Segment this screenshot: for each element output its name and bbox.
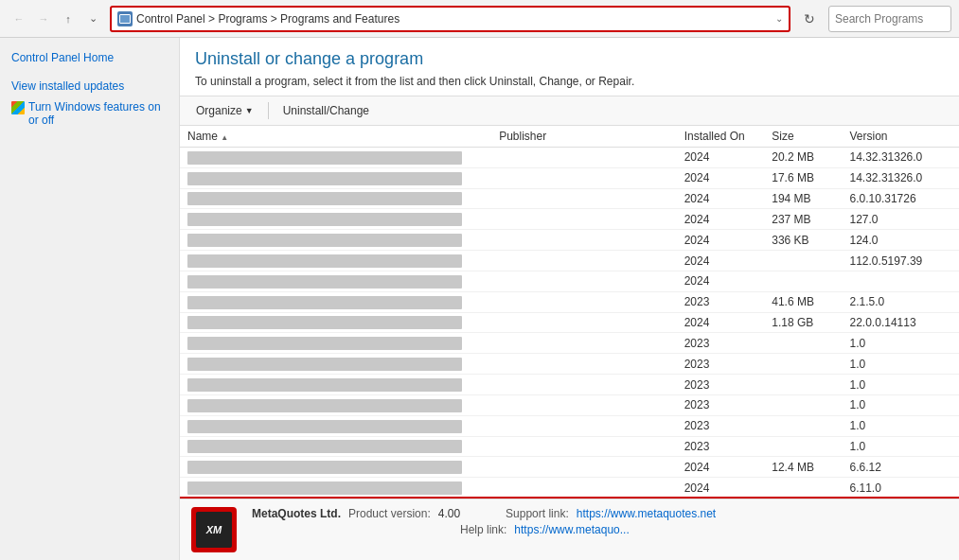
app-icon: XM <box>191 507 237 552</box>
cell-publisher <box>491 148 676 168</box>
cell-publisher <box>491 167 676 188</box>
refresh-button[interactable]: ↻ <box>796 6 823 32</box>
uninstall-change-label: Uninstall/Change <box>283 104 369 117</box>
table-row[interactable]: 20231.0 <box>180 394 959 415</box>
cell-version: 6.6.12 <box>843 457 959 478</box>
cell-size <box>764 271 842 291</box>
cell-installed-on: 2024 <box>677 167 765 188</box>
cell-name <box>180 148 491 168</box>
col-header-version[interactable]: Version <box>843 126 959 148</box>
table-row[interactable]: 202412.4 MB6.6.12 <box>180 457 959 478</box>
cell-version: 124.0 <box>843 230 959 251</box>
cell-publisher <box>491 230 676 251</box>
turn-windows-features-link[interactable]: Turn Windows features on or off <box>28 100 168 127</box>
selected-item-info-panel: XM MetaQuotes Ltd. Product version: 4.00… <box>180 499 959 560</box>
cell-installed-on: 2024 <box>677 457 765 478</box>
col-header-size[interactable]: Size <box>764 126 842 148</box>
cell-size: 1.18 GB <box>764 312 842 333</box>
cell-publisher <box>491 375 676 395</box>
col-header-name[interactable]: Name ▲ <box>180 126 491 148</box>
cell-size: 41.6 MB <box>764 291 842 312</box>
table-row[interactable]: 20231.0 <box>180 354 959 375</box>
forward-button[interactable]: → <box>32 8 55 30</box>
table-row[interactable]: 2024336 KB124.0 <box>180 230 959 251</box>
cell-size <box>764 354 842 375</box>
support-link-label: Support link: <box>506 507 569 520</box>
help-link[interactable]: https://www.metaquo... <box>514 523 629 536</box>
cell-version: 6.0.10.31726 <box>843 188 959 209</box>
table-row[interactable]: 20231.0 <box>180 375 959 395</box>
page-description: To uninstall a program, select it from t… <box>195 75 944 88</box>
cell-publisher <box>491 354 676 375</box>
cell-publisher <box>491 457 676 478</box>
cell-installed-on: 2024 <box>677 209 765 230</box>
cell-name <box>180 271 491 291</box>
recent-locations-button[interactable]: ⌄ <box>81 8 104 30</box>
search-input[interactable] <box>828 6 951 32</box>
cell-installed-on: 2023 <box>677 415 765 436</box>
content-header: Uninstall or change a program To uninsta… <box>180 38 959 96</box>
cell-version: 1.0 <box>843 415 959 436</box>
cell-installed-on: 2023 <box>677 375 765 395</box>
cell-name <box>180 457 491 478</box>
table-row[interactable]: 20241.18 GB22.0.0.14113 <box>180 312 959 333</box>
cell-name <box>180 394 491 415</box>
cell-installed-on: 2023 <box>677 394 765 415</box>
cell-publisher <box>491 478 676 499</box>
cell-installed-on: 2023 <box>677 291 765 312</box>
table-row[interactable]: 2024194 MB6.0.10.31726 <box>180 188 959 209</box>
cell-name <box>180 436 491 457</box>
cell-name <box>180 188 491 209</box>
cell-name <box>180 230 491 251</box>
cell-size: 237 MB <box>764 209 842 230</box>
up-button[interactable]: ↑ <box>57 8 80 30</box>
sidebar-item-view-installed-updates[interactable]: View installed updates <box>0 76 179 96</box>
cell-size: 336 KB <box>764 230 842 251</box>
publisher-row: MetaQuotes Ltd. Product version: 4.00 Su… <box>252 507 948 520</box>
sidebar: Control Panel Home View installed update… <box>0 38 180 560</box>
sidebar-item-control-panel-home[interactable]: Control Panel Home <box>0 47 179 68</box>
cell-installed-on: 2023 <box>677 333 765 354</box>
cell-name <box>180 251 491 271</box>
table-row[interactable]: 20246.11.0 <box>180 478 959 499</box>
programs-table: Name ▲ Publisher Installed On Size Versi… <box>180 126 959 499</box>
organize-button[interactable]: Organize ▼ <box>187 100 262 121</box>
cell-version: 1.0 <box>843 394 959 415</box>
table-row[interactable]: 2024112.0.5197.39 <box>180 251 959 271</box>
table-row[interactable]: 20231.0 <box>180 415 959 436</box>
uninstall-change-button[interactable]: Uninstall/Change <box>275 100 378 121</box>
table-row[interactable]: 202420.2 MB14.32.31326.0 <box>180 148 959 168</box>
table-row[interactable]: 202341.6 MB2.1.5.0 <box>180 291 959 312</box>
xm-logo-text: XM <box>206 524 222 535</box>
cell-version <box>843 271 959 291</box>
product-version-value: 4.00 <box>438 507 460 520</box>
sidebar-item-turn-windows-features[interactable]: Turn Windows features on or off <box>0 96 179 131</box>
col-header-installed-on[interactable]: Installed On <box>677 126 765 148</box>
address-bar[interactable]: Control Panel > Programs > Programs and … <box>110 6 790 32</box>
programs-list[interactable]: Name ▲ Publisher Installed On Size Versi… <box>180 126 959 499</box>
table-row[interactable]: 20231.0 <box>180 436 959 457</box>
cell-name <box>180 415 491 436</box>
product-version-label: Product version: <box>348 507 431 520</box>
table-row[interactable]: 202417.6 MB14.32.31326.0 <box>180 167 959 188</box>
organize-label: Organize <box>196 104 242 117</box>
cell-size <box>764 394 842 415</box>
support-link[interactable]: https://www.metaquotes.net <box>577 507 716 520</box>
col-header-publisher[interactable]: Publisher <box>491 126 676 148</box>
table-row[interactable]: 2024 <box>180 271 959 291</box>
cell-version: 22.0.0.14113 <box>843 312 959 333</box>
cell-size <box>764 251 842 271</box>
cell-installed-on: 2024 <box>677 312 765 333</box>
table-row[interactable]: 20231.0 <box>180 333 959 354</box>
cell-publisher <box>491 333 676 354</box>
table-row[interactable]: 2024237 MB127.0 <box>180 209 959 230</box>
help-link-row: Help link: https://www.metaquo... <box>252 523 948 536</box>
address-dropdown-icon[interactable]: ⌄ <box>775 13 783 24</box>
cell-publisher <box>491 291 676 312</box>
cell-size <box>764 436 842 457</box>
back-button[interactable]: ← <box>8 8 30 30</box>
cell-version: 1.0 <box>843 436 959 457</box>
cell-version: 14.32.31326.0 <box>843 167 959 188</box>
cell-installed-on: 2024 <box>677 478 765 499</box>
cell-publisher <box>491 394 676 415</box>
